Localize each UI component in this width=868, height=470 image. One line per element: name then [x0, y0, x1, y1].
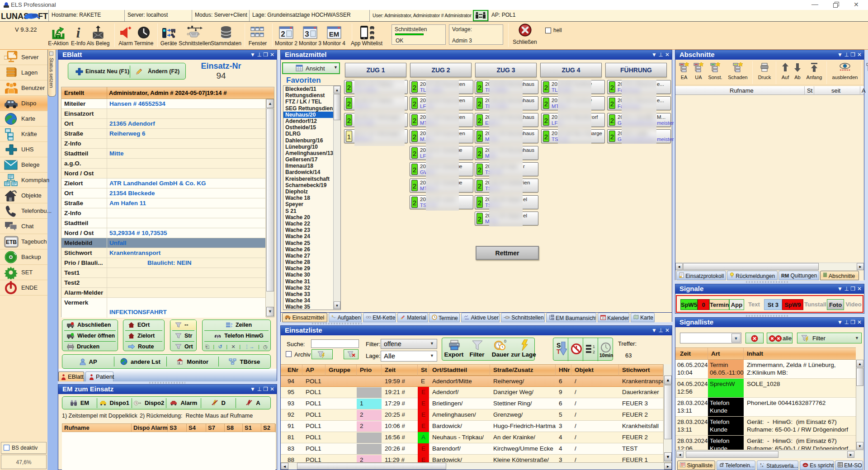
svg-text:23: 23: [602, 317, 605, 320]
svg-text:4: 4: [762, 465, 764, 468]
svg-text:EM: EM: [329, 30, 340, 38]
svg-text:112: 112: [216, 336, 220, 338]
svg-text:2: 2: [281, 30, 285, 38]
svg-text:i: i: [76, 25, 80, 40]
svg-text:2: 2: [593, 350, 595, 354]
svg-text:3: 3: [305, 30, 309, 38]
svg-text:1: 1: [593, 344, 595, 349]
svg-text:ETB: ETB: [6, 239, 17, 245]
svg-text:0: 0: [504, 339, 506, 343]
